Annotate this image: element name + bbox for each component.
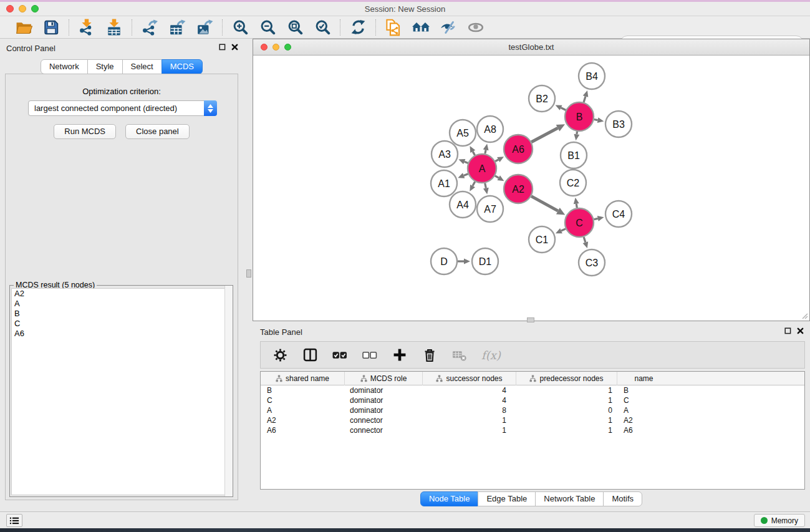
- edge-A-A5[interactable]: [473, 152, 475, 155]
- unselect-all-columns-button[interactable]: [362, 347, 378, 363]
- table-row[interactable]: Cdominator41C: [261, 395, 804, 405]
- edge-A2-C[interactable]: [531, 196, 558, 211]
- result-scrollbar[interactable]: [224, 286, 233, 496]
- import-network-button[interactable]: [77, 18, 96, 37]
- panel-divider-handle[interactable]: [246, 269, 251, 278]
- close-panel-icon[interactable]: [231, 44, 238, 51]
- node-label-A: A: [479, 163, 486, 174]
- edge-A-A6[interactable]: [495, 160, 498, 162]
- edge-A-A7[interactable]: [485, 183, 486, 188]
- select-all-columns-button[interactable]: [332, 347, 348, 363]
- run-mcds-button[interactable]: Run MCDS: [54, 124, 116, 139]
- export-image-button[interactable]: [195, 18, 214, 37]
- table-row[interactable]: A6connector11A6: [261, 425, 804, 435]
- network-window-titlebar[interactable]: testGlobe.txt: [253, 39, 809, 56]
- arrowhead-icon: [483, 144, 489, 151]
- tab-select[interactable]: Select: [122, 59, 162, 74]
- zoom-selected-button[interactable]: [313, 18, 332, 37]
- table-cell: A: [261, 406, 345, 415]
- tab-style[interactable]: Style: [87, 59, 123, 74]
- result-item[interactable]: A: [12, 299, 231, 309]
- task-history-button[interactable]: [6, 514, 22, 527]
- tab-network-table[interactable]: Network Table: [535, 491, 604, 506]
- tab-mcds[interactable]: MCDS: [162, 59, 203, 74]
- edge-B-B3[interactable]: [594, 119, 598, 120]
- tab-node-table[interactable]: Node Table: [420, 491, 479, 506]
- optimization-criterion-select[interactable]: largest connected component (directed): [28, 100, 217, 116]
- close-panel-icon[interactable]: [797, 327, 804, 334]
- node-label-C4: C4: [612, 209, 625, 220]
- table-row[interactable]: Bdominator41B: [261, 385, 804, 395]
- open-folder-icon: [16, 20, 32, 34]
- node-label-D1: D1: [479, 256, 492, 267]
- edge-C-C2[interactable]: [576, 204, 577, 208]
- delete-column-button[interactable]: [422, 347, 438, 363]
- save-session-button[interactable]: [42, 18, 60, 37]
- tab-network[interactable]: Network: [41, 59, 88, 74]
- duplicate-network-button[interactable]: [384, 18, 403, 37]
- attribute-type-icon: [436, 375, 443, 382]
- tab-motifs[interactable]: Motifs: [603, 491, 642, 506]
- edge-A6-B[interactable]: [531, 128, 557, 142]
- edge-A-A1[interactable]: [464, 174, 468, 176]
- node-label-C1: C1: [536, 235, 549, 245]
- export-table-button[interactable]: [168, 18, 186, 37]
- network-graph[interactable]: B4B2BB3A8A5A6B1A3AA1C2A2A4A7C4CC1C3DD1: [254, 56, 809, 321]
- column-header-predecessor-nodes[interactable]: predecessor nodes: [516, 372, 617, 385]
- table-cell: 8: [423, 406, 516, 415]
- create-column-button[interactable]: [392, 347, 408, 363]
- zoom-out-button[interactable]: [258, 18, 277, 37]
- node-label-B4: B4: [586, 71, 598, 82]
- node-label-A8: A8: [484, 124, 496, 135]
- mcds-result-list[interactable]: A2ABCA6: [11, 288, 231, 495]
- edge-C-C4[interactable]: [594, 218, 597, 219]
- edge-C-C3[interactable]: [584, 237, 586, 243]
- table-row[interactable]: Adominator80A: [261, 405, 804, 415]
- edge-A-A8[interactable]: [485, 150, 486, 153]
- open-file-button[interactable]: [14, 18, 33, 37]
- export-network-button[interactable]: [140, 18, 159, 37]
- network-table-divider-handle[interactable]: [527, 317, 534, 322]
- result-item[interactable]: B: [12, 309, 231, 319]
- tab-edge-table[interactable]: Edge Table: [478, 491, 536, 506]
- hide-selected-button[interactable]: [439, 18, 458, 37]
- resize-grip-icon[interactable]: [801, 312, 808, 319]
- session-title: Session: New Session: [0, 4, 810, 14]
- table-cell: 4: [423, 386, 516, 395]
- table-settings-button[interactable]: [272, 347, 288, 363]
- edge-A-A3[interactable]: [465, 162, 468, 163]
- result-item[interactable]: A2: [12, 289, 231, 299]
- memory-button[interactable]: Memory: [754, 514, 805, 527]
- close-panel-button[interactable]: Close panel: [125, 124, 190, 139]
- edge-B-B1[interactable]: [577, 132, 577, 135]
- desktop-background: [0, 528, 810, 532]
- result-item[interactable]: A6: [12, 329, 231, 339]
- column-header-successor-nodes[interactable]: successor nodes: [423, 372, 516, 385]
- table-cell: 1: [423, 416, 516, 425]
- column-header-MCDS-role[interactable]: MCDS role: [345, 372, 423, 385]
- import-table-button[interactable]: [105, 18, 123, 37]
- network-canvas[interactable]: B4B2BB3A8A5A6B1A3AA1C2A2A4A7C4CC1C3DD1: [254, 56, 809, 320]
- float-panel-icon[interactable]: [784, 327, 791, 334]
- table-cell: B: [617, 386, 670, 395]
- zoom-in-button[interactable]: [231, 18, 249, 37]
- node-label-B: B: [576, 112, 583, 122]
- column-header-name[interactable]: name: [617, 372, 670, 385]
- result-item[interactable]: C: [12, 319, 231, 329]
- edge-B-B4[interactable]: [584, 96, 586, 102]
- home-view-button[interactable]: [412, 18, 430, 37]
- edge-B-B2[interactable]: [561, 108, 566, 110]
- show-all-button[interactable]: [466, 18, 485, 37]
- node-table[interactable]: shared nameMCDS rolesuccessor nodesprede…: [260, 371, 805, 490]
- eye-icon: [467, 20, 485, 35]
- table-row[interactable]: A2connector11A2: [261, 415, 804, 425]
- refresh-view-button[interactable]: [349, 18, 367, 37]
- column-header-shared-name[interactable]: shared name: [261, 372, 345, 385]
- edge-A-A2[interactable]: [495, 176, 499, 178]
- float-panel-icon[interactable]: [219, 44, 226, 51]
- edge-C-C1[interactable]: [561, 229, 566, 231]
- show-column-panel-button[interactable]: [302, 347, 318, 363]
- edge-A-A4[interactable]: [473, 181, 475, 186]
- node-label-A3: A3: [438, 149, 451, 160]
- zoom-fit-button[interactable]: [286, 18, 304, 37]
